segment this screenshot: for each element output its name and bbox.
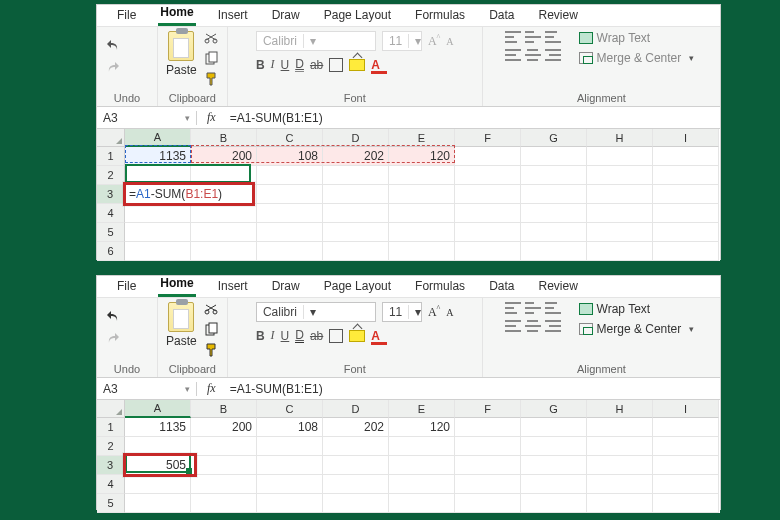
row-header[interactable]: 3 — [97, 456, 125, 475]
tab-data[interactable]: Data — [487, 277, 516, 297]
cell[interactable] — [653, 166, 719, 185]
tab-file[interactable]: File — [115, 277, 138, 297]
cell[interactable] — [455, 223, 521, 242]
align-right-icon[interactable] — [545, 49, 561, 61]
merge-center-button[interactable]: Merge & Center▾ — [579, 51, 699, 65]
strikethrough-button[interactable]: ab — [310, 58, 323, 72]
align-bottom-icon[interactable] — [545, 302, 561, 314]
cell[interactable] — [389, 166, 455, 185]
cell[interactable] — [521, 223, 587, 242]
cell[interactable] — [521, 418, 587, 437]
cell[interactable] — [587, 223, 653, 242]
cell[interactable] — [191, 166, 257, 185]
col-header[interactable]: I — [653, 400, 719, 418]
bold-button[interactable]: B — [256, 58, 265, 72]
decrease-font-icon[interactable]: A — [446, 307, 453, 318]
cell[interactable]: 120 — [389, 147, 455, 166]
cell[interactable] — [125, 242, 191, 261]
row-header[interactable]: 5 — [97, 494, 125, 513]
cell[interactable]: 120 — [389, 418, 455, 437]
copy-icon[interactable] — [203, 51, 219, 67]
italic-button[interactable]: I — [271, 328, 275, 343]
cell[interactable] — [191, 494, 257, 513]
fill-color-button[interactable] — [349, 330, 365, 342]
cell[interactable]: 108 — [257, 418, 323, 437]
col-header[interactable]: C — [257, 129, 323, 147]
formula-bar[interactable]: =A1-SUM(B1:E1) — [226, 382, 720, 396]
name-box[interactable]: A3▾ — [97, 111, 197, 125]
font-family-combo[interactable]: Calibri▾ — [256, 302, 376, 322]
row-header[interactable]: 4 — [97, 204, 125, 223]
decrease-font-icon[interactable]: A — [446, 36, 453, 47]
cell[interactable] — [455, 456, 521, 475]
cell[interactable] — [389, 456, 455, 475]
undo-icon[interactable] — [105, 37, 121, 53]
cell[interactable] — [521, 185, 587, 204]
col-header[interactable]: D — [323, 129, 389, 147]
redo-icon[interactable] — [105, 330, 121, 346]
tab-review[interactable]: Review — [536, 6, 579, 26]
cell[interactable] — [389, 204, 455, 223]
align-bottom-icon[interactable] — [545, 31, 561, 43]
redo-icon[interactable] — [105, 59, 121, 75]
col-header[interactable]: E — [389, 400, 455, 418]
col-header[interactable]: H — [587, 129, 653, 147]
cell[interactable] — [455, 475, 521, 494]
italic-button[interactable]: I — [271, 57, 275, 72]
cell[interactable] — [323, 456, 389, 475]
cell[interactable] — [455, 494, 521, 513]
increase-font-icon[interactable]: A^ — [428, 33, 440, 49]
col-header[interactable]: I — [653, 129, 719, 147]
tab-formulas[interactable]: Formulas — [413, 277, 467, 297]
wrap-text-button[interactable]: Wrap Text — [579, 302, 699, 316]
cell[interactable] — [521, 166, 587, 185]
col-header[interactable]: E — [389, 129, 455, 147]
borders-button[interactable] — [329, 58, 343, 72]
cell[interactable] — [191, 242, 257, 261]
cell[interactable] — [323, 185, 389, 204]
col-header[interactable]: G — [521, 400, 587, 418]
cell[interactable] — [125, 437, 191, 456]
cell[interactable] — [653, 475, 719, 494]
cell[interactable]: 200 — [191, 147, 257, 166]
col-header[interactable]: F — [455, 400, 521, 418]
cell[interactable] — [653, 223, 719, 242]
align-middle-icon[interactable] — [525, 31, 541, 43]
align-center-icon[interactable] — [525, 320, 541, 332]
cell[interactable] — [653, 242, 719, 261]
cell[interactable] — [455, 437, 521, 456]
col-header[interactable]: B — [191, 129, 257, 147]
cell[interactable] — [389, 185, 455, 204]
row-header[interactable]: 2 — [97, 166, 125, 185]
cell[interactable] — [323, 242, 389, 261]
col-header[interactable]: H — [587, 400, 653, 418]
row-header[interactable]: 5 — [97, 223, 125, 242]
cell[interactable] — [455, 166, 521, 185]
cell[interactable] — [653, 456, 719, 475]
undo-icon[interactable] — [105, 308, 121, 324]
font-size-combo[interactable]: 11▾ — [382, 302, 422, 322]
tab-review[interactable]: Review — [536, 277, 579, 297]
cell[interactable] — [521, 242, 587, 261]
tab-data[interactable]: Data — [487, 6, 516, 26]
row-header[interactable]: 1 — [97, 147, 125, 166]
cell[interactable] — [257, 185, 323, 204]
cell[interactable]: 1135 — [125, 418, 191, 437]
cell[interactable] — [389, 242, 455, 261]
font-size-combo[interactable]: 11▾ — [382, 31, 422, 51]
row-header[interactable]: 1 — [97, 418, 125, 437]
bold-button[interactable]: B — [256, 329, 265, 343]
cell[interactable] — [653, 494, 719, 513]
cell[interactable] — [587, 166, 653, 185]
cell[interactable] — [125, 204, 191, 223]
double-underline-button[interactable]: D — [295, 57, 304, 72]
font-color-button[interactable]: A — [371, 58, 385, 72]
font-color-button[interactable]: A — [371, 329, 385, 343]
cell[interactable] — [257, 204, 323, 223]
row-header[interactable]: 2 — [97, 437, 125, 456]
align-right-icon[interactable] — [545, 320, 561, 332]
cell[interactable]: 202 — [323, 418, 389, 437]
cell[interactable] — [323, 166, 389, 185]
cell[interactable] — [653, 185, 719, 204]
tab-draw[interactable]: Draw — [270, 277, 302, 297]
